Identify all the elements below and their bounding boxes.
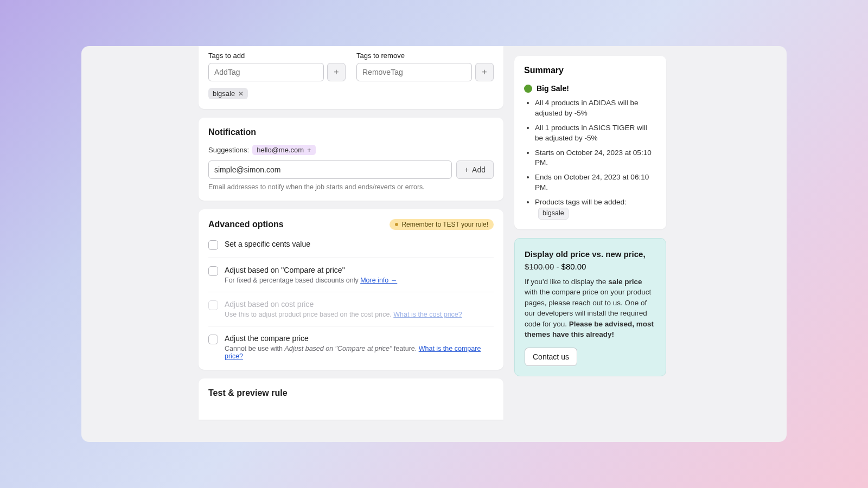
option-subtext: Use this to adjust product price based o… bbox=[225, 311, 393, 318]
old-price: $100.00 bbox=[525, 262, 554, 271]
checkbox[interactable] bbox=[208, 240, 218, 250]
summary-tag-chip: bigsale bbox=[538, 208, 569, 220]
tags-to-remove-field: Tags to remove + bbox=[356, 52, 494, 81]
status-dot-icon bbox=[524, 85, 532, 93]
info-body: If you'd like to display the sale price … bbox=[525, 277, 656, 340]
suggestion-chip[interactable]: hello@me.com + bbox=[252, 145, 316, 155]
tags-to-add-input[interactable] bbox=[208, 63, 324, 81]
plus-icon: + bbox=[482, 67, 487, 77]
summary-item: Starts on October 24, 2023 at 05:10 PM. bbox=[535, 148, 656, 169]
notification-help: Email addresses to notify when the job s… bbox=[208, 183, 494, 191]
tags-to-add-label: Tags to add bbox=[208, 52, 346, 60]
option-title: Adjust based on "Compare at price" bbox=[225, 266, 494, 274]
suggestions-label: Suggestions: bbox=[208, 146, 249, 154]
tags-to-remove-input[interactable] bbox=[356, 63, 472, 81]
option-title: Adjust the compare price bbox=[225, 334, 494, 343]
summary-item: Ends on October 24, 2023 at 06:10 PM. bbox=[535, 172, 656, 193]
option-subtext-italic: Adjust based on "Compare at price" bbox=[285, 345, 392, 352]
info-card: Display old price vs. new price, $100.00… bbox=[514, 238, 666, 376]
checkbox bbox=[208, 300, 218, 310]
price-comparison: $100.00 - $80.00 bbox=[525, 262, 656, 271]
left-spacer bbox=[81, 46, 199, 442]
add-email-button[interactable]: + Add bbox=[456, 160, 494, 179]
tags-to-remove-label: Tags to remove bbox=[356, 52, 494, 60]
notification-title: Notification bbox=[208, 127, 494, 137]
main-column: Tags to add + Tags to remove bbox=[199, 46, 503, 442]
cost-price-link[interactable]: What is the cost price? bbox=[393, 311, 462, 318]
checkbox[interactable] bbox=[208, 266, 218, 276]
test-preview-card: Test & preview rule bbox=[199, 378, 503, 420]
more-info-link[interactable]: More info → bbox=[360, 277, 397, 284]
plus-icon: + bbox=[334, 67, 339, 77]
option-title: Set a specific cents value bbox=[225, 240, 494, 248]
right-column: Summary Big Sale! All 4 products in ADID… bbox=[514, 46, 666, 442]
summary-tags-label: Products tags will be added: bbox=[535, 198, 627, 206]
info-heading: Display old price vs. new price, bbox=[525, 248, 656, 260]
add-email-label: Add bbox=[472, 165, 486, 174]
test-warning-text: Remember to TEST your rule! bbox=[401, 221, 488, 228]
option-cost-price: Adjust based on cost price Use this to a… bbox=[208, 292, 494, 326]
notification-card: Notification Suggestions: hello@me.com +… bbox=[199, 118, 503, 201]
option-subtext-post: feature. bbox=[392, 345, 418, 352]
option-cents-value: Set a specific cents value bbox=[208, 237, 494, 258]
summary-item: All 1 products in ASICS TIGER will be ad… bbox=[535, 123, 656, 144]
checkbox[interactable] bbox=[208, 335, 218, 344]
tag-chip-bigsale[interactable]: bigsale ✕ bbox=[208, 88, 248, 99]
option-compare-at-price: Adjust based on "Compare at price" For f… bbox=[208, 258, 494, 292]
remove-tag-button[interactable]: + bbox=[475, 63, 494, 81]
close-icon[interactable]: ✕ bbox=[238, 90, 244, 98]
rule-name: Big Sale! bbox=[537, 84, 569, 93]
advanced-title: Advanced options bbox=[208, 220, 284, 229]
notification-email-input[interactable] bbox=[208, 160, 452, 179]
option-adjust-compare-price: Adjust the compare price Cannot be use w… bbox=[208, 326, 494, 368]
tags-card: Tags to add + Tags to remove bbox=[199, 46, 503, 109]
summary-item: All 4 products in ADIDAS will be adjuste… bbox=[535, 98, 656, 119]
suggestion-email: hello@me.com bbox=[257, 146, 304, 154]
new-price: $80.00 bbox=[561, 262, 586, 271]
summary-card: Summary Big Sale! All 4 products in ADID… bbox=[514, 56, 666, 229]
option-subtext-pre: Cannot be use with bbox=[225, 345, 285, 352]
test-warning-pill: Remember to TEST your rule! bbox=[390, 219, 494, 230]
plus-icon: + bbox=[464, 165, 469, 174]
test-preview-title: Test & preview rule bbox=[208, 388, 494, 398]
option-subtext: For fixed & percentage based discounts o… bbox=[225, 277, 360, 284]
summary-item-tags: Products tags will be added: bigsale bbox=[535, 197, 656, 219]
plus-icon: + bbox=[307, 146, 311, 154]
contact-us-button[interactable]: Contact us bbox=[525, 348, 577, 366]
option-title: Adjust based on cost price bbox=[225, 300, 494, 309]
app-shell: Tags to add + Tags to remove bbox=[81, 46, 787, 442]
tag-chip-label: bigsale bbox=[213, 89, 235, 98]
add-tag-button[interactable]: + bbox=[327, 63, 346, 81]
advanced-card: Advanced options Remember to TEST your r… bbox=[199, 209, 503, 370]
tags-to-add-field: Tags to add + bbox=[208, 52, 346, 81]
warning-dot-icon bbox=[395, 223, 398, 226]
summary-title: Summary bbox=[524, 66, 656, 75]
